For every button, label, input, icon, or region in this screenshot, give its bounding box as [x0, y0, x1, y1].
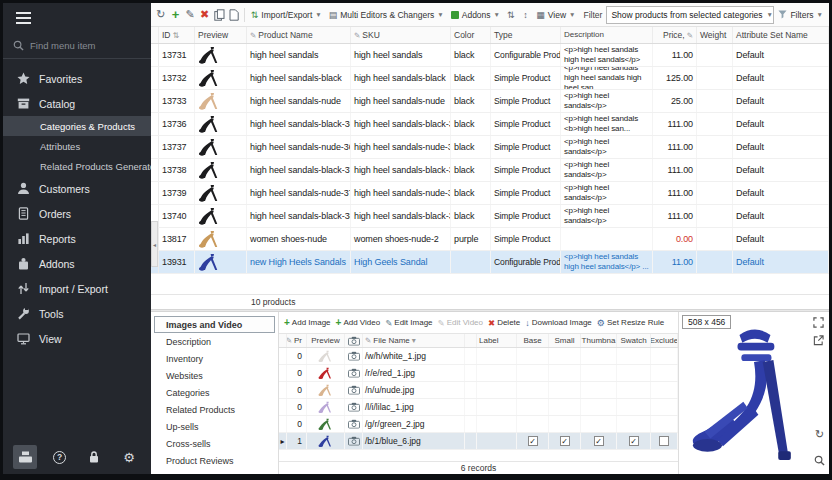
small-checkbox[interactable]	[560, 436, 570, 446]
image-row[interactable]: 0 /g/r/green_2.jpg	[279, 416, 678, 433]
settings-button[interactable]: ⚙	[117, 445, 141, 469]
sidebar-bottom-bar: ? ⚙	[3, 440, 151, 474]
image-row[interactable]: 0 /w/h/white_1.jpg	[279, 348, 678, 365]
column-header-file-name[interactable]: ✎ File Name ▾	[363, 334, 465, 347]
delete-image-button[interactable]: ✖ Delete	[488, 318, 520, 328]
column-label: Preview	[311, 336, 339, 345]
menu-toggle-button[interactable]	[3, 3, 151, 33]
sidebar-item-customers[interactable]: Customers	[3, 176, 151, 201]
column-header-weight[interactable]: Weight	[697, 27, 733, 43]
detail-tab[interactable]: Categories	[154, 384, 275, 401]
sidebar-item-categories-products[interactable]: Categories & Products	[3, 116, 151, 136]
import-export-menu[interactable]: ⇅ Import/Export ▼	[248, 6, 325, 24]
menu-search-input[interactable]	[30, 40, 130, 51]
column-header-swatch[interactable]: Swatch	[617, 334, 651, 347]
refresh-preview-button[interactable]: ↻	[812, 427, 827, 442]
product-row[interactable]: 13739 high heel sandals-nude-37 high hee…	[151, 182, 829, 205]
filters-menu[interactable]: Filters ▼	[775, 6, 826, 24]
product-row[interactable]: 13736 high heel sandals-black-36 high he…	[151, 113, 829, 136]
column-header-id[interactable]: ID ⇅	[159, 27, 195, 43]
sidebar-item-favorites[interactable]: Favorites	[3, 66, 151, 91]
column-header-price[interactable]: Price, ✎	[653, 27, 697, 43]
column-header-priority[interactable]: ✎ Pr	[287, 334, 307, 347]
column-header-color[interactable]: Color	[451, 27, 491, 43]
image-row[interactable]: 0 /l/i/lilac_1.jpg	[279, 399, 678, 416]
product-row[interactable]: 13931 new High Heels Sandals High Geels …	[151, 251, 829, 274]
help-button[interactable]: ?	[48, 445, 72, 469]
duplicate-button[interactable]	[227, 6, 241, 23]
product-row[interactable]: 13733 high heel sandals-nude high heel s…	[151, 90, 829, 113]
column-header-description[interactable]: Description	[561, 27, 653, 43]
product-row[interactable]: 13731 high heel sandals high heel sandal…	[151, 44, 829, 67]
image-row[interactable]: 0 /r/e/red_1.jpg	[279, 365, 678, 382]
add-video-button[interactable]: + Add Video	[336, 317, 381, 328]
product-row[interactable]: 13740 high heel sandals-black-38 high he…	[151, 205, 829, 228]
copy-button[interactable]	[213, 6, 227, 23]
product-row[interactable]: 13732 high heel sandals-black high heel …	[151, 67, 829, 90]
edit-image-button[interactable]: ✎ Edit Image	[385, 318, 432, 328]
exclude-checkbox[interactable]	[659, 436, 669, 446]
detail-tab[interactable]: Description	[154, 333, 275, 350]
store-button[interactable]	[13, 445, 37, 469]
thumbnail-checkbox[interactable]	[594, 436, 604, 446]
base-checkbox[interactable]	[528, 436, 538, 446]
column-header-exclude[interactable]: Exclude	[651, 334, 678, 347]
column-header-thumbnail[interactable]: Thumbna	[581, 334, 617, 347]
sidebar-item-addons[interactable]: Addons	[3, 251, 151, 276]
addons-menu[interactable]: Addons ▼	[448, 6, 503, 24]
open-external-button[interactable]	[811, 333, 826, 348]
expand-rows-button[interactable]: ↕	[519, 6, 533, 23]
detail-tab[interactable]: Images and Video	[154, 316, 275, 333]
product-row[interactable]: 13737 high heel sandals-nude-36 high hee…	[151, 136, 829, 159]
detail-tab[interactable]: Cross-sells	[154, 435, 275, 452]
detail-tab[interactable]: Websites	[154, 367, 275, 384]
column-header-small[interactable]: Small	[549, 334, 581, 347]
image-row[interactable]: 0 /n/u/nude.jpg	[279, 382, 678, 399]
column-header-sku[interactable]: ✎ SKU	[351, 27, 451, 43]
delete-product-button[interactable]: ✖	[198, 6, 212, 23]
column-header-preview[interactable]: Preview	[307, 334, 345, 347]
column-header-attribute-set[interactable]: Attribute Set Name	[733, 27, 829, 43]
swatch-checkbox[interactable]	[629, 436, 639, 446]
sidebar-item-reports[interactable]: Reports	[3, 226, 151, 251]
image-row[interactable]: 1 /b/1/blue_6.jpg	[279, 433, 678, 450]
zoom-preview-button[interactable]	[812, 453, 827, 468]
detail-tab[interactable]: Related Products	[154, 401, 275, 418]
column-header-type[interactable]: Type	[491, 27, 561, 43]
sort-asc-button[interactable]: ⇅	[504, 6, 518, 23]
edit-video-button[interactable]: ✎ Edit Video	[438, 318, 483, 328]
set-resize-rule-button[interactable]: ⚙ Set Resize Rule	[597, 318, 664, 328]
column-header-product-name[interactable]: ✎ Product Name	[247, 27, 351, 43]
sidebar-item-related-products-generator[interactable]: Related Products Generator	[3, 156, 151, 176]
sidebar-item-attributes[interactable]: Attributes	[3, 136, 151, 156]
sidebar-item-orders[interactable]: Orders	[3, 201, 151, 226]
sidebar-item-view[interactable]: View	[3, 326, 151, 351]
lock-button[interactable]	[82, 445, 106, 469]
edit-product-button[interactable]: ✎	[183, 6, 197, 23]
view-menu[interactable]: ▦ View ▼	[533, 6, 578, 24]
multi-editors-menu[interactable]: ▤ Multi Editors & Changers ▼	[326, 6, 447, 24]
detail-tab[interactable]: Product Reviews	[154, 452, 275, 469]
column-header-base[interactable]: Base	[517, 334, 549, 347]
product-thumbnail	[198, 115, 222, 134]
detail-tab[interactable]: Up-sells	[154, 418, 275, 435]
add-product-button[interactable]: +	[169, 6, 183, 23]
add-image-button[interactable]: + Add Image	[284, 317, 331, 328]
column-header-preview[interactable]: Preview	[195, 27, 247, 43]
column-header-camera[interactable]	[345, 334, 363, 347]
column-header-flag[interactable]	[465, 334, 477, 347]
product-row[interactable]: 13738 high heel sandals-black-37 high he…	[151, 159, 829, 182]
sidebar-item-catalog[interactable]: Catalog	[3, 91, 151, 116]
download-image-button[interactable]: ↓ Download Image	[525, 318, 592, 328]
detail-tab[interactable]: Inventory	[154, 350, 275, 367]
view-label: View	[548, 10, 566, 20]
product-row[interactable]: 13817 women shoes-nude women shoes-nude-…	[151, 228, 829, 251]
sidebar-item-import-export[interactable]: Import / Export	[3, 276, 151, 301]
sidebar-search	[3, 33, 151, 59]
column-header-label[interactable]: Label	[477, 334, 517, 347]
refresh-button[interactable]: ↻	[154, 6, 168, 23]
fullscreen-button[interactable]	[811, 315, 826, 330]
collapse-panel-handle[interactable]: ◂	[151, 221, 158, 267]
sidebar-item-tools[interactable]: Tools	[3, 301, 151, 326]
filter-select[interactable]: Show products from selected categories ▼	[606, 6, 774, 24]
